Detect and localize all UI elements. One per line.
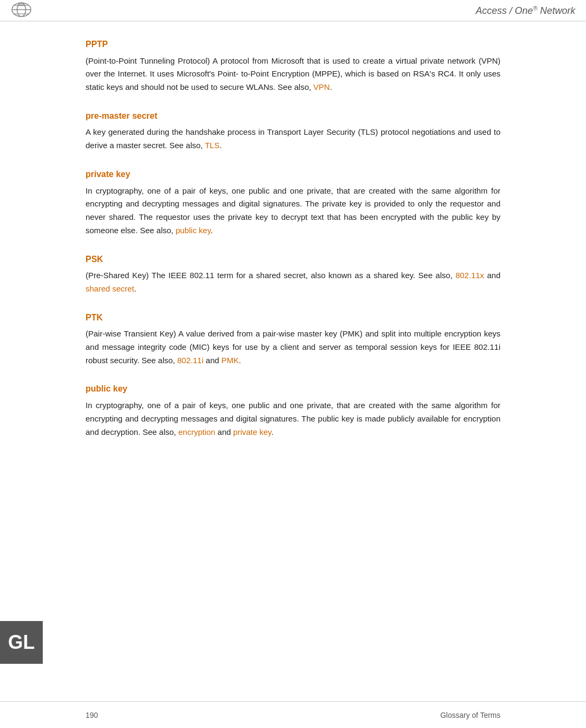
footer-page-number: 190 (86, 711, 98, 719)
link-vpn[interactable]: VPN (313, 82, 330, 91)
link-public-key-from-private[interactable]: public key (175, 226, 211, 235)
term-title-private-key: private key (86, 167, 500, 181)
link-tls[interactable]: TLS (205, 141, 220, 150)
term-title-pptp: PPTP (86, 37, 500, 51)
link-encryption[interactable]: encryption (178, 427, 215, 436)
section-pre-master-secret: pre-master secret A key generated during… (86, 109, 500, 152)
term-body-ptk: (Pair-wise Transient Key) A value derive… (86, 327, 500, 367)
link-80211x[interactable]: 802.11x (456, 271, 484, 280)
gl-badge: GL (0, 621, 43, 664)
section-ptk: PTK (Pair-wise Transient Key) A value de… (86, 311, 500, 367)
term-title-ptk: PTK (86, 311, 500, 325)
term-body-public-key: In cryptography, one of a pair of keys, … (86, 399, 500, 439)
term-title-psk: PSK (86, 252, 500, 266)
link-pmk[interactable]: PMK (221, 356, 239, 365)
header-title: Access / One® Network (476, 5, 575, 17)
footer-label: Glossary of Terms (440, 711, 500, 719)
link-80211i[interactable]: 802.11i (177, 356, 203, 365)
page-footer: 190 Glossary of Terms (0, 701, 586, 728)
section-pptp: PPTP (Point-to-Point Tunneling Protocol)… (86, 37, 500, 94)
term-title-pre-master-secret: pre-master secret (86, 109, 500, 123)
page-header: Access / One® Network (0, 0, 586, 21)
section-private-key: private key In cryptography, one of a pa… (86, 167, 500, 237)
link-shared-secret[interactable]: shared secret (86, 284, 134, 293)
section-public-key: public key In cryptography, one of a pai… (86, 382, 500, 439)
term-body-private-key: In cryptography, one of a pair of keys, … (86, 185, 500, 237)
section-psk: PSK (Pre-Shared Key) The IEEE 802.11 ter… (86, 252, 500, 296)
header-logo (11, 2, 32, 20)
term-title-public-key: public key (86, 382, 500, 396)
term-body-psk: (Pre-Shared Key) The IEEE 802.11 term fo… (86, 269, 500, 296)
link-private-key-from-public[interactable]: private key (233, 427, 271, 436)
main-content: PPTP (Point-to-Point Tunneling Protocol)… (0, 21, 586, 470)
term-body-pre-master-secret: A key generated during the handshake pro… (86, 126, 500, 152)
term-body-pptp: (Point-to-Point Tunneling Protocol) A pr… (86, 55, 500, 94)
